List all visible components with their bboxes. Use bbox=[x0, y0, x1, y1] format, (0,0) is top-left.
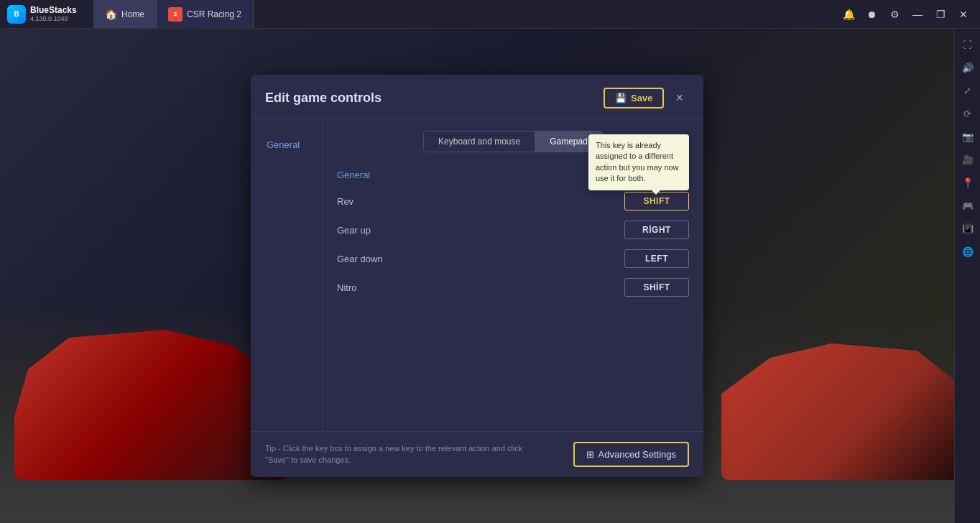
minimize-icon[interactable]: — bbox=[910, 6, 925, 22]
key-button-gear-down[interactable]: LEFT bbox=[624, 249, 689, 268]
control-name-gear-down: Gear down bbox=[337, 254, 383, 264]
rs-controls-icon[interactable]: 🎮 bbox=[958, 195, 978, 216]
control-row-gear-down: Gear down LEFT bbox=[337, 249, 689, 268]
key-button-gear-up[interactable]: RİGHT bbox=[624, 221, 689, 239]
modal-overlay: Edit game controls 💾 Save × General bbox=[0, 29, 954, 523]
record-icon[interactable]: ⏺ bbox=[864, 6, 879, 22]
key-conflict-tooltip: This key is already assigned to a differ… bbox=[588, 134, 689, 190]
dialog-title: Edit game controls bbox=[265, 91, 382, 106]
key-button-rev[interactable]: SHIFT bbox=[624, 192, 689, 210]
rs-camera-icon[interactable]: 📷 bbox=[958, 126, 978, 147]
topbar-icons: 🔔 ⏺ ⚙ — ❐ ✕ bbox=[832, 6, 980, 22]
advanced-settings-icon: ⊞ bbox=[586, 449, 594, 460]
advanced-settings-label: Advanced Settings bbox=[598, 449, 676, 460]
home-icon: 🏠 bbox=[105, 9, 117, 20]
topbar: B BlueStacks 4.130.0.1049 🏠 Home 2 CSR R… bbox=[0, 0, 980, 29]
control-name-rev: Rev bbox=[337, 196, 353, 207]
tab-keyboard-mouse[interactable]: Keyboard and mouse bbox=[424, 131, 535, 152]
csr-badge: 2 bbox=[168, 7, 182, 22]
footer-tip: Tip - Click the key box to assign a new … bbox=[265, 443, 538, 466]
save-icon: 💾 bbox=[615, 93, 627, 103]
app-name: BlueStacks bbox=[30, 5, 77, 15]
dialog-main-content: Keyboard and mouse Gamepad General Rev T… bbox=[323, 119, 703, 431]
rs-shake-icon[interactable]: 📳 bbox=[958, 218, 978, 239]
close-window-icon[interactable]: ✕ bbox=[956, 6, 971, 22]
dialog-body: General Keyboard and mouse Gamepad Gener… bbox=[251, 119, 703, 431]
save-button[interactable]: 💾 Save bbox=[604, 88, 664, 108]
control-row-rev: Rev This key is already assigned to a di… bbox=[337, 192, 689, 210]
notification-icon[interactable]: 🔔 bbox=[841, 6, 856, 22]
sidebar-item-general[interactable]: General bbox=[258, 134, 315, 156]
rs-volume-icon[interactable]: 🔊 bbox=[958, 57, 978, 78]
restore-icon[interactable]: ❐ bbox=[933, 6, 948, 22]
tab-home[interactable]: 🏠 Home bbox=[93, 0, 157, 28]
control-row-gear-up: Gear up RİGHT bbox=[337, 221, 689, 239]
bluestacks-logo: B BlueStacks 4.130.0.1049 bbox=[0, 5, 93, 24]
dialog-sidebar: General bbox=[251, 119, 323, 431]
rs-video-icon[interactable]: 🎥 bbox=[958, 149, 978, 170]
csr-tab-label: CSR Racing 2 bbox=[187, 9, 241, 19]
advanced-settings-button[interactable]: ⊞ Advanced Settings bbox=[573, 442, 689, 467]
home-tab-label: Home bbox=[121, 9, 144, 19]
key-button-nitro[interactable]: SHİFT bbox=[624, 278, 689, 297]
save-label: Save bbox=[631, 93, 652, 103]
tab-csr-racing[interactable]: 2 CSR Racing 2 bbox=[157, 0, 254, 28]
edit-game-controls-dialog: Edit game controls 💾 Save × General bbox=[251, 75, 703, 477]
rs-globe-icon[interactable]: 🌐 bbox=[958, 241, 978, 262]
header-actions: 💾 Save × bbox=[604, 88, 689, 108]
tab-bar: Keyboard and mouse Gamepad bbox=[423, 131, 603, 152]
rs-rotate-icon[interactable]: ⟳ bbox=[958, 103, 978, 124]
dialog-header: Edit game controls 💾 Save × bbox=[251, 75, 703, 119]
app-version: 4.130.0.1049 bbox=[30, 15, 77, 23]
settings-icon[interactable]: ⚙ bbox=[887, 6, 902, 22]
bluestacks-icon: B bbox=[7, 5, 26, 24]
control-name-gear-up: Gear up bbox=[337, 225, 371, 236]
rs-fullscreen-icon[interactable]: ⛶ bbox=[958, 34, 978, 55]
rs-expand-icon[interactable]: ⤢ bbox=[958, 80, 978, 101]
right-sidebar: ⛶ 🔊 ⤢ ⟳ 📷 🎥 📍 🎮 📳 🌐 bbox=[954, 29, 980, 523]
control-row-nitro: Nitro SHİFT bbox=[337, 278, 689, 297]
dialog-footer: Tip - Click the key box to assign a new … bbox=[251, 431, 703, 477]
control-name-nitro: Nitro bbox=[337, 282, 356, 293]
rs-location-icon[interactable]: 📍 bbox=[958, 172, 978, 193]
close-button[interactable]: × bbox=[670, 88, 689, 108]
